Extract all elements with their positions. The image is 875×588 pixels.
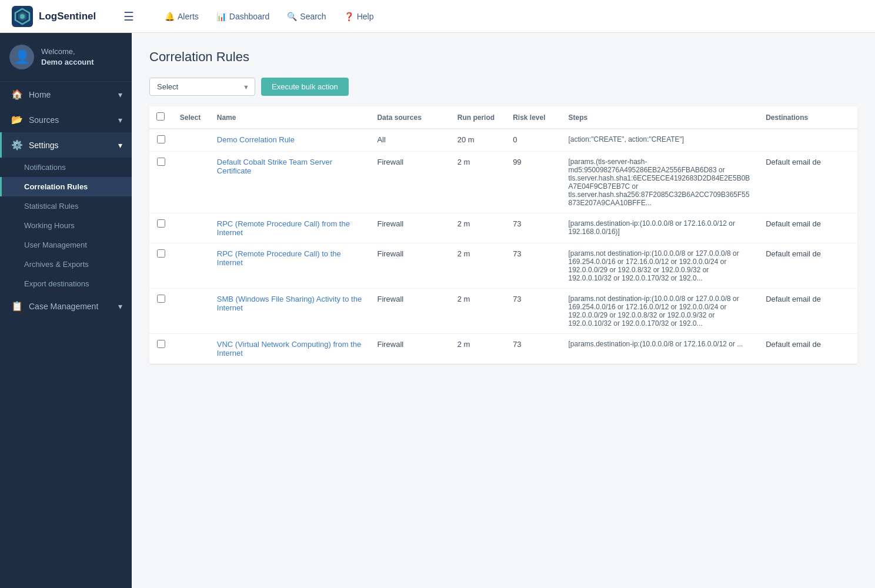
row-select-cell: [173, 129, 210, 152]
row-destinations: Default email de: [759, 213, 857, 243]
rules-table-container: Select Name Data sources Run period Risk…: [149, 106, 857, 364]
topnav: LogSentinel ☰ 🔔 Alerts 📊 Dashboard 🔍 Sea…: [0, 0, 875, 33]
sidebar-item-working-hours[interactable]: Working Hours: [0, 216, 132, 235]
case-management-icon: 📋: [11, 300, 23, 312]
dashboard-link[interactable]: 📊 Dashboard: [209, 8, 277, 25]
row-checkbox-0[interactable]: [157, 135, 165, 143]
help-link[interactable]: ❓ Help: [337, 8, 381, 25]
row-checkbox-1[interactable]: [157, 158, 165, 166]
main-layout: 👤 Welcome, Demo account 🏠 Home ▾ 📂 Sourc…: [0, 33, 875, 588]
col-header-destinations: Destinations: [759, 106, 857, 129]
row-risk-level: 73: [506, 243, 561, 289]
alerts-link[interactable]: 🔔 Alerts: [158, 8, 206, 25]
content-area: Correlation Rules Select Enable Disable …: [132, 33, 875, 588]
sidebar-item-correlation-rules[interactable]: Correlation Rules: [0, 177, 132, 196]
row-name: Demo Correlation Rule: [210, 129, 370, 152]
row-checkbox-cell: [149, 152, 173, 213]
row-destinations: Default email de: [759, 289, 857, 334]
col-header-run-period: Run period: [450, 106, 506, 129]
rule-name-link[interactable]: Default Cobalt Strike Team Server Certif…: [217, 158, 332, 175]
logo-icon: [12, 6, 33, 27]
row-checkbox-cell: [149, 129, 173, 152]
user-name: Demo account: [41, 57, 94, 68]
rule-name-link[interactable]: RPC (Remote Procedure Call) from the Int…: [217, 219, 350, 237]
row-select-cell: [173, 213, 210, 243]
row-checkbox-cell: [149, 289, 173, 334]
row-steps: [params.not destination-ip:(10.0.0.0/8 o…: [562, 243, 759, 289]
sidebar-label-working-hours: Working Hours: [24, 221, 75, 230]
row-checkbox-4[interactable]: [157, 295, 165, 303]
sidebar-item-export-destinations[interactable]: Export destinations: [0, 274, 132, 293]
col-header-select: Select: [173, 106, 210, 129]
sidebar-item-settings[interactable]: ⚙️ Settings ▾: [0, 132, 132, 158]
sidebar-label-notifications: Notifications: [24, 163, 66, 172]
welcome-label: Welcome,: [41, 46, 94, 57]
row-risk-level: 73: [506, 213, 561, 243]
row-checkbox-cell: [149, 213, 173, 243]
table-header: Select Name Data sources Run period Risk…: [149, 106, 857, 129]
row-steps: [params.(tls-server-hash-md5:950098276A4…: [562, 152, 759, 213]
sidebar-user: 👤 Welcome, Demo account: [0, 33, 132, 82]
search-link[interactable]: 🔍 Search: [280, 8, 333, 25]
sources-icon: 📂: [11, 114, 23, 125]
sidebar-item-label-settings: Settings: [29, 141, 59, 150]
row-destinations: Default email de: [759, 152, 857, 213]
sidebar-label-archives-exports: Archives & Exports: [24, 260, 89, 269]
select-all-checkbox[interactable]: [156, 112, 165, 121]
sidebar-label-export-destinations: Export destinations: [24, 279, 89, 288]
rules-table: Select Name Data sources Run period Risk…: [149, 106, 857, 364]
hamburger-icon[interactable]: ☰: [123, 9, 134, 24]
row-destinations: [759, 129, 857, 152]
sidebar-item-case-management[interactable]: 📋 Case Management ▾: [0, 293, 132, 319]
row-datasources: Firewall: [370, 152, 450, 213]
row-select-cell: [173, 152, 210, 213]
avatar: 👤: [9, 45, 34, 69]
chevron-right-icon: ▾: [118, 115, 122, 125]
rule-name-link[interactable]: SMB (Windows File Sharing) Activity to t…: [217, 295, 362, 312]
sidebar-item-notifications[interactable]: Notifications: [0, 158, 132, 177]
rule-name-link[interactable]: RPC (Remote Procedure Call) to the Inter…: [217, 249, 341, 267]
row-checkbox-3[interactable]: [157, 249, 165, 258]
row-steps: [params.destination-ip:(10.0.0.0/8 or 17…: [562, 334, 759, 364]
row-select-cell: [173, 289, 210, 334]
sidebar-item-sources[interactable]: 📂 Sources ▾: [0, 107, 132, 132]
sidebar-item-home[interactable]: 🏠 Home ▾: [0, 82, 132, 107]
sidebar-label-user-management: User Management: [24, 240, 87, 249]
row-datasources: Firewall: [370, 289, 450, 334]
sidebar-nav: 🏠 Home ▾ 📂 Sources ▾ ⚙️ Settings ▾: [0, 82, 132, 319]
col-header-steps: Steps: [562, 106, 759, 129]
row-datasources: Firewall: [370, 213, 450, 243]
row-steps: [params.not destination-ip:(10.0.0.0/8 o…: [562, 289, 759, 334]
alerts-icon: 🔔: [165, 12, 175, 21]
rule-name-link[interactable]: Demo Correlation Rule: [217, 135, 295, 144]
sidebar-item-statistical-rules[interactable]: Statistical Rules: [0, 196, 132, 216]
row-run-period: 20 m: [450, 129, 506, 152]
row-steps: [action:"CREATE", action:"CREATE"]: [562, 129, 759, 152]
table-row: Default Cobalt Strike Team Server Certif…: [149, 152, 857, 213]
row-run-period: 2 m: [450, 152, 506, 213]
execute-bulk-action-button[interactable]: Execute bulk action: [261, 78, 349, 96]
row-checkbox-cell: [149, 334, 173, 364]
sidebar-label-statistical-rules: Statistical Rules: [24, 202, 78, 211]
rules-tbody: Demo Correlation Rule All 20 m 0 [action…: [149, 129, 857, 364]
col-header-risk-level: Risk level: [506, 106, 561, 129]
sidebar-item-label-case-management: Case Management: [29, 302, 98, 311]
row-checkbox-2[interactable]: [157, 219, 165, 228]
col-header-check: [149, 106, 173, 129]
bulk-select[interactable]: Select Enable Disable Delete: [149, 78, 255, 96]
search-icon: 🔍: [287, 12, 297, 21]
toolbar: Select Enable Disable Delete ▼ Execute b…: [149, 78, 857, 96]
col-header-datasources: Data sources: [370, 106, 450, 129]
col-header-name: Name: [210, 106, 370, 129]
row-datasources: All: [370, 129, 450, 152]
sidebar-item-label-sources: Sources: [29, 115, 59, 125]
row-risk-level: 73: [506, 334, 561, 364]
row-steps: [params.destination-ip:(10.0.0.0/8 or 17…: [562, 213, 759, 243]
rule-name-link[interactable]: VNC (Virtual Network Computing) from the…: [217, 340, 361, 358]
row-run-period: 2 m: [450, 243, 506, 289]
sidebar-item-archives-exports[interactable]: Archives & Exports: [0, 255, 132, 274]
table-row: VNC (Virtual Network Computing) from the…: [149, 334, 857, 364]
sidebar-item-user-management[interactable]: User Management: [0, 235, 132, 255]
row-run-period: 2 m: [450, 289, 506, 334]
row-checkbox-5[interactable]: [157, 340, 165, 348]
